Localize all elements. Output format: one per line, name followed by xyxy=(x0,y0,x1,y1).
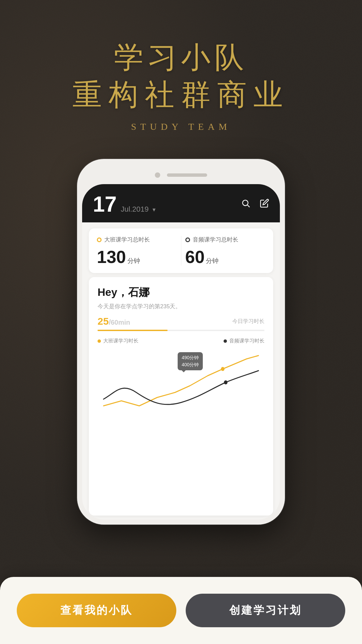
app-header-right xyxy=(241,199,269,210)
chart-legend: 大班课学习时长 音频课学习时长 xyxy=(98,338,264,344)
stats-card: 大班课学习总时长 130 分钟 音频课学习总时长 60 分钟 xyxy=(89,228,273,273)
stat-label-audio: 音频课学习总时长 xyxy=(185,236,265,244)
title-sub: 重构社群商业 xyxy=(72,77,290,111)
svg-point-3 xyxy=(224,380,228,384)
progress-label: 今日学习时长 xyxy=(232,318,264,325)
legend-audio: 音频课学习时长 xyxy=(224,338,264,344)
create-plan-button[interactable]: 创建学习计划 xyxy=(186,594,345,627)
stat-number-audio: 60 xyxy=(185,248,205,266)
view-team-button[interactable]: 查看我的小队 xyxy=(17,594,176,627)
time-current: 25 xyxy=(98,316,109,327)
app-header-left: 17 Jul.2019 ▾ xyxy=(93,194,156,215)
header-month: Jul.2019 xyxy=(121,205,148,214)
chart-tooltip: 490分钟 400分钟 xyxy=(178,352,203,370)
stat-dot-black xyxy=(185,237,190,242)
user-greeting: Hey，石娜 xyxy=(98,285,264,300)
stat-item-class: 大班课学习总时长 130 分钟 xyxy=(97,236,181,266)
chart-area: 490分钟 400分钟 xyxy=(98,349,264,416)
progress-bar xyxy=(98,330,264,331)
user-card: Hey，石娜 今天是你在学点学习的第235天。 25/60min 今日学习时长 … xyxy=(89,277,273,516)
phone-speaker xyxy=(167,173,207,177)
svg-point-2 xyxy=(221,367,225,371)
stat-number-class: 130 xyxy=(97,248,126,266)
tooltip-line-1: 490分钟 xyxy=(182,354,199,361)
progress-row: 25/60min 今日学习时长 xyxy=(98,316,264,327)
legend-class: 大班课学习时长 xyxy=(98,338,138,344)
title-main: 学习小队 xyxy=(72,40,290,74)
header-arrow-icon[interactable]: ▾ xyxy=(153,206,156,213)
legend-dot-yellow xyxy=(98,339,101,343)
page-container: 学习小队 重构社群商业 STUDY TEAM 17 Jul.2019 ▾ xyxy=(0,0,362,644)
legend-label-audio: 音频课学习时长 xyxy=(229,338,264,344)
header-day: 17 xyxy=(93,194,117,215)
subtitle-en: STUDY TEAM xyxy=(72,121,290,132)
stat-item-audio: 音频课学习总时长 60 分钟 xyxy=(181,236,265,266)
legend-label-class: 大班课学习时长 xyxy=(103,338,138,344)
phone-mockup: 17 Jul.2019 ▾ xyxy=(77,159,285,525)
user-days: 今天是你在学点学习的第235天。 xyxy=(98,303,264,310)
tooltip-line-2: 400分钟 xyxy=(182,361,199,368)
search-icon[interactable] xyxy=(241,199,250,210)
edit-icon[interactable] xyxy=(260,199,269,210)
stat-value-class: 130 分钟 xyxy=(97,248,177,266)
progress-time: 25/60min xyxy=(98,316,130,327)
stat-dot-yellow xyxy=(97,237,102,242)
legend-dot-black xyxy=(224,339,227,343)
progress-fill xyxy=(98,330,168,331)
phone-camera xyxy=(155,172,160,178)
header-section: 学习小队 重构社群商业 STUDY TEAM xyxy=(72,40,290,132)
phone-top-bar xyxy=(77,159,285,186)
stat-unit-audio: 分钟 xyxy=(206,257,219,265)
app-screen: 17 Jul.2019 ▾ xyxy=(82,184,280,520)
stat-label-class: 大班课学习总时长 xyxy=(97,236,177,244)
stat-value-audio: 60 分钟 xyxy=(185,248,265,266)
svg-point-0 xyxy=(243,200,248,206)
bottom-bar: 查看我的小队 创建学习计划 xyxy=(0,577,362,644)
stat-unit-class: 分钟 xyxy=(127,257,140,265)
svg-line-1 xyxy=(247,205,249,207)
app-header: 17 Jul.2019 ▾ xyxy=(82,184,280,222)
time-total: 60min xyxy=(111,319,130,326)
